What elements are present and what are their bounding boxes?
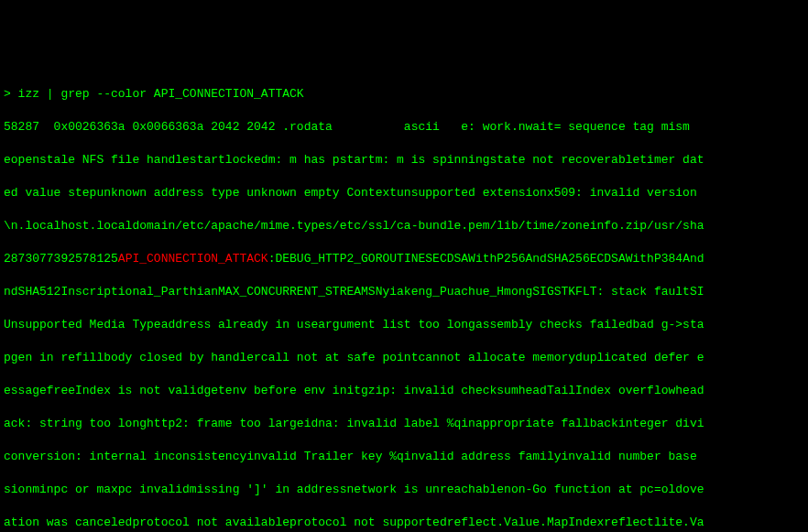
prompt-cmd-izz[interactable]: > izz | grep --color API_CONNECTION_ATTA… xyxy=(4,87,304,101)
strings-output: Unsupported Media Typeaddress already in… xyxy=(4,317,804,333)
strings-output: eopenstale NFS file handlestartlockedm: … xyxy=(4,152,804,168)
strings-output: ndSHA512Inscriptional_ParthianMAX_CONCUR… xyxy=(4,284,804,300)
strings-output-match: 2873077392578125API_CONNECTION_ATTACK:DE… xyxy=(4,251,804,267)
terminal-output: > izz | grep --color API_CONNECTION_ATTA… xyxy=(4,70,804,532)
strings-output: conversion: internal inconsistencyinvali… xyxy=(4,449,804,465)
strings-output: ed value stepunknown address type unknow… xyxy=(4,185,804,201)
strings-output: \n.localhost.localdomain/etc/apache/mime… xyxy=(4,218,804,234)
strings-output: essagefreeIndex is not validgetenv befor… xyxy=(4,383,804,399)
strings-output: 58287 0x0026363a 0x0066363a 2042 2042 .r… xyxy=(4,119,804,136)
strings-output: ack: string too longhttp2: frame too lar… xyxy=(4,416,804,432)
strings-output: ation was canceledprotocol not available… xyxy=(4,515,804,531)
strings-output: sionminpc or maxpc invalidmissing ']' in… xyxy=(4,482,804,498)
grep-match: API_CONNECTION_ATTACK xyxy=(118,252,268,266)
strings-output: pgen in refillbody closed by handlercall… xyxy=(4,350,804,366)
